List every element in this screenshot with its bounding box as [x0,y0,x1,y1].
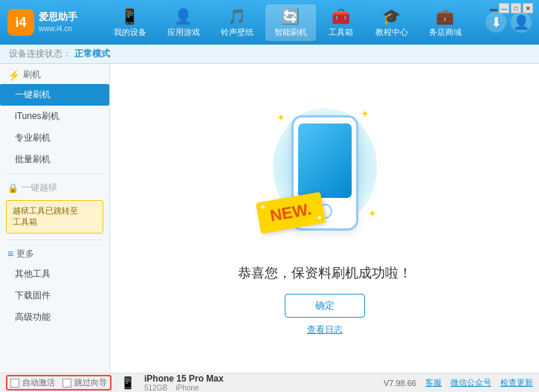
version-label: V7.98.66 [384,379,416,388]
sidebar-item-other-tools[interactable]: 其他工具 [0,263,109,285]
sidebar-item-batch-flash[interactable]: 批量刷机 [0,149,109,170]
device-info: iPhone 15 Pro Max 512GB iPhone [144,373,224,392]
nav-ringtones[interactable]: 🎵 铃声壁纸 [212,4,262,41]
sidebar-divider-2 [6,240,103,240]
app-header: i4 爱思助手 www.i4.cn 📱 我的设备 👤 应用游戏 🎵 铃声壁纸 🔄… [0,0,539,45]
device-icon: 📱 [120,7,139,25]
auto-activate-group: 自动激活 跳过向导 [6,375,112,391]
footer-status: V7.98.66 客服 微信公众号 检查更新 [384,377,533,388]
device-name: iPhone 15 Pro Max [144,373,224,384]
sidebar-item-download-firmware[interactable]: 下载固件 [0,285,109,306]
success-message: 恭喜您，保资料刷机成功啦！ [238,264,412,282]
auto-activate-checkbox[interactable] [10,379,19,388]
sidebar-warning: 越狱工具已跳转至 工具箱 [6,200,103,234]
nav-apps-games[interactable]: 👤 应用游戏 [158,4,209,41]
confirm-button[interactable]: 确定 [285,294,365,318]
sidebar-item-itunes-flash[interactable]: iTunes刷机 [0,106,109,127]
sidebar-item-one-key-flash[interactable]: 一键刷机 [0,84,109,106]
new-badge: NEW. [258,197,325,242]
window-minimize-btn[interactable]: — [499,3,509,13]
sparkle-3: ✦ [368,208,377,219]
status-bar: 设备连接状态： 正常模式 [0,45,539,64]
sidebar-onekey-section: 🔒 一键越狱 [0,177,109,197]
nav-smart-flash[interactable]: 🔄 智能刷机 [265,4,316,41]
auto-activate-label: 自动激活 [22,377,55,388]
sidebar-item-advanced[interactable]: 高级功能 [0,306,109,328]
tutorials-icon: 🎓 [382,7,401,25]
wechat-link[interactable]: 微信公众号 [451,377,491,388]
more-section-icon: ≡ [7,248,13,260]
device-storage: 512GB iPhone [144,384,224,392]
log-link[interactable]: 查看日志 [307,324,343,336]
logo-text: 爱思助手 www.i4.cn [39,11,77,33]
phone-screen [298,123,352,198]
sidebar: ⚡ 刷机 一键刷机 iTunes刷机 专业刷机 批量刷机 🔒 一键越狱 越狱工具 [0,64,110,373]
minimize-icon: ▬ [490,4,497,13]
ringtone-icon: 🎵 [227,7,246,25]
sidebar-section-more: ≡ 更多 [0,243,109,263]
nav-service[interactable]: 💼 务店商域 [420,4,471,41]
nav-my-device[interactable]: 📱 我的设备 [105,4,155,41]
apps-icon: 👤 [174,7,193,25]
flash-icon: 🔄 [281,7,300,25]
check-update-link[interactable]: 检查更新 [500,377,533,388]
window-close-btn[interactable]: ✕ [523,3,533,13]
skip-guide-label: 跳过向导 [74,377,107,388]
sidebar-divider-1 [6,173,103,174]
service-icon: 💼 [436,7,454,25]
main-content: ✦ ✦ ✦ NEW. 恭喜您，保资料刷机成功啦！ 确定 查看日志 [110,64,539,373]
customer-service-link[interactable]: 客服 [425,377,442,388]
nav-bar: 📱 我的设备 👤 应用游戏 🎵 铃声壁纸 🔄 智能刷机 🧰 工具箱 🎓 [89,4,485,41]
toolbox-icon: 🧰 [332,7,350,25]
nav-toolbox[interactable]: 🧰 工具箱 [319,4,364,41]
device-type-icon: 📱 [120,376,135,390]
phone-illustration: ✦ ✦ ✦ NEW. [258,100,392,249]
device-bar: 自动激活 跳过向导 📱 iPhone 15 Pro Max 512GB iPho… [0,373,539,392]
logo-icon: i4 [7,9,34,36]
sidebar-section-flash: ⚡ 刷机 [0,64,109,84]
nav-tutorials[interactable]: 🎓 教程中心 [367,4,417,41]
logo: i4 爱思助手 www.i4.cn [7,9,89,36]
window-maximize-btn[interactable]: □ [511,3,521,13]
sparkle-1: ✦ [277,112,285,123]
flash-section-icon: ⚡ [7,69,20,81]
sidebar-item-pro-flash[interactable]: 专业刷机 [0,127,109,149]
new-badge-ribbon: NEW. [256,192,326,234]
sparkle-2: ✦ [361,108,369,120]
skip-guide-checkbox[interactable] [62,379,71,388]
lock-icon: 🔒 [7,183,19,193]
